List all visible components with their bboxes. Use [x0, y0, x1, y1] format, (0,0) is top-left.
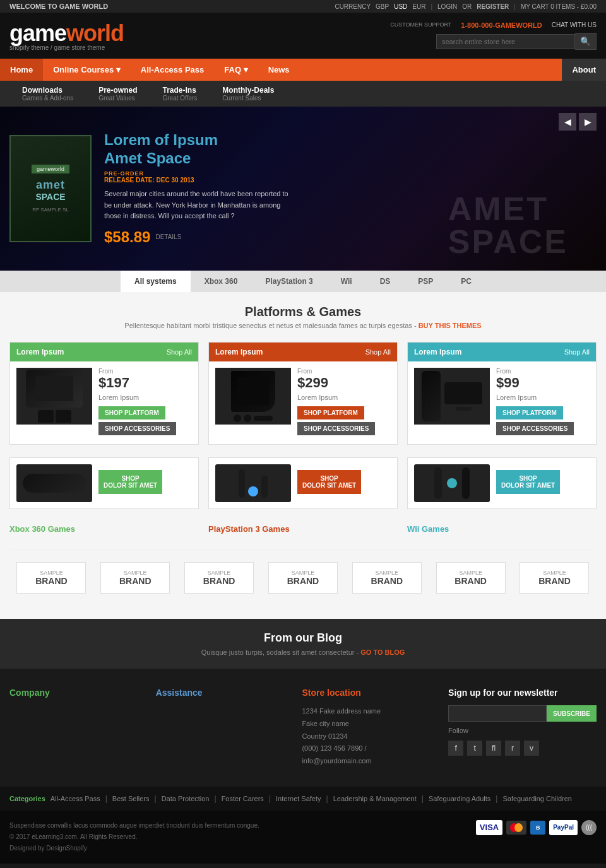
xbox-games-link[interactable]: Xbox 360 Games	[9, 522, 199, 536]
customer-support: CUSTOMER SUPPORT 1-800-000-GAMEWORLD CHA…	[390, 21, 597, 29]
footer-cat-fostercarers[interactable]: Foster Carers	[222, 795, 264, 802]
nav-all-access-pass[interactable]: All-Access Pass	[131, 59, 214, 81]
hero-text: Lorem of Ipsum Amet Space PRE-ORDER RELE…	[104, 131, 294, 245]
topbar: WELCOME TO GAME WORLD CURRENCY GBP USD E…	[0, 0, 606, 13]
xbox-shop-all[interactable]: Shop All	[167, 348, 192, 356]
footer-categories: Categories All-Access Pass | Best Seller…	[0, 787, 606, 811]
login-link[interactable]: LOGIN	[437, 3, 457, 10]
nav-faq[interactable]: FAQ ▾	[214, 59, 258, 81]
footer-cat-safeguardingchildren[interactable]: Safeguarding Children	[502, 795, 571, 802]
register-link[interactable]: REGISTER	[477, 3, 509, 10]
wii-games-link[interactable]: Wii Games	[407, 522, 597, 536]
tab-all-systems[interactable]: All systems	[121, 271, 191, 292]
newsletter-form: SUBSCRIBE	[448, 705, 597, 722]
ps3-shop-platform-btn[interactable]: SHOP PLATFORM	[297, 406, 364, 419]
eur-link[interactable]: EUR	[412, 3, 425, 10]
hero-price: $58.89	[104, 228, 150, 246]
brand-1: SAMPLE BRAND	[16, 562, 86, 594]
tab-ds[interactable]: DS	[366, 271, 405, 292]
chat-link[interactable]: CHAT WITH US	[552, 21, 597, 29]
wii-accessory-img	[414, 464, 490, 502]
xbox-accessory-btn[interactable]: SHOP DOLOR SIT AMET	[98, 470, 162, 494]
game-links-row: Xbox 360 Games PlayStation 3 Games Wii G…	[9, 522, 597, 536]
blog-title: From our Blog	[9, 631, 597, 645]
go-to-blog-link[interactable]: GO TO BLOG	[360, 648, 405, 656]
other-payment-icon: (((	[581, 820, 597, 835]
subnav-monthlydeals[interactable]: Monthly-Deals Current Sales	[210, 81, 287, 107]
platform-card-header-ps3: Lorem Ipsum Shop All	[209, 343, 397, 361]
currency-label: CURRENCY	[335, 3, 371, 10]
subnav-preowned[interactable]: Pre-owned Great Values	[86, 81, 150, 107]
blog-subtitle: Quisque justo turpis, sodales sit amet c…	[9, 648, 597, 656]
ps3-accessory-img	[215, 464, 291, 502]
ps3-shop-accessories-btn[interactable]: SHOP ACCESSORIES	[297, 422, 375, 435]
platform-card-header-wii: Lorem Ipsum Shop All	[408, 343, 596, 361]
vimeo-icon[interactable]: v	[524, 741, 539, 756]
brand-2: SAMPLE BRAND	[100, 562, 170, 594]
tab-psp[interactable]: PSP	[404, 271, 447, 292]
buy-themes-link[interactable]: BUY THIS THEMES	[419, 322, 482, 329]
hero-next-button[interactable]: ▶	[579, 113, 597, 131]
logo-text: gameworld	[9, 20, 124, 47]
search-button[interactable]: 🔍	[575, 33, 597, 50]
twitter-icon[interactable]: t	[467, 741, 482, 756]
brand-3: SAMPLE BRAND	[184, 562, 254, 594]
payment-icons: VISA B PayPal (((	[476, 820, 597, 835]
tab-pc[interactable]: PC	[447, 271, 485, 292]
hero-prev-button[interactable]: ◀	[559, 113, 576, 131]
footer-email-link[interactable]: info@yourdomain.com	[302, 757, 371, 765]
usd-link[interactable]: USD	[394, 3, 407, 10]
wii-shop-platform-btn[interactable]: SHOP PLATFORM	[496, 406, 563, 419]
welcome-text: WELCOME TO GAME WORLD	[9, 3, 108, 10]
subscribe-button[interactable]: SUBSCRIBE	[547, 705, 597, 722]
platform-tabs: All systems Xbox 360 PlayStation 3 Wii D…	[0, 271, 606, 292]
search-bar: 🔍	[436, 33, 597, 50]
wii-accessory-btn[interactable]: SHOP DOLOR SIT AMET	[496, 470, 560, 494]
facebook-icon[interactable]: f	[448, 741, 463, 756]
hero-overlay-text: amet SPACE	[448, 192, 568, 258]
flickr-icon[interactable]: fl	[486, 741, 501, 756]
search-input[interactable]	[436, 34, 575, 49]
accessories-row: SHOP DOLOR SIT AMET SHOP DOLOR SIT AMET	[9, 457, 597, 509]
tab-ps3[interactable]: PlayStation 3	[251, 271, 326, 292]
wii-shop-all[interactable]: Shop All	[564, 348, 590, 356]
footer-cat-bestsellers[interactable]: Best Sellers	[112, 795, 150, 802]
wii-shop-accessories-btn[interactable]: SHOP ACCESSORIES	[496, 422, 574, 435]
ps3-games-link[interactable]: PlayStation 3 Games	[208, 522, 398, 536]
hero-details-link[interactable]: DETAILS	[155, 233, 181, 240]
xbox-shop-accessories-btn[interactable]: SHOP ACCESSORIES	[98, 422, 176, 435]
platform-card-xbox: Lorem Ipsum Shop All F	[9, 342, 199, 445]
tab-wii[interactable]: Wii	[327, 271, 366, 292]
header-right: CUSTOMER SUPPORT 1-800-000-GAMEWORLD CHA…	[390, 21, 597, 50]
ps3-shop-all[interactable]: Shop All	[365, 348, 391, 356]
logo[interactable]: gameworld shopify theme / game store the…	[9, 20, 124, 51]
subnav-downloads[interactable]: Downloads Games & Add-ons	[9, 81, 86, 107]
ps3-accessory-btn[interactable]: SHOP DOLOR SIT AMET	[297, 470, 361, 494]
nav-about[interactable]: About	[562, 59, 606, 81]
nav-online-courses[interactable]: Online Courses ▾	[43, 59, 131, 81]
newsletter-email-input[interactable]	[448, 705, 547, 722]
rss-icon[interactable]: r	[505, 741, 520, 756]
wii-image	[414, 368, 490, 425]
footer-company: Company	[9, 688, 143, 768]
footer-cat-leadership[interactable]: Leadership & Management	[333, 795, 417, 802]
footer-cat-safeguardingadults[interactable]: Safeguarding Adults	[429, 795, 490, 802]
social-icons: f t fl r v	[448, 741, 597, 756]
tab-xbox360[interactable]: Xbox 360	[191, 271, 252, 292]
footer-cat-allaccess[interactable]: All-Access Pass	[50, 795, 100, 802]
footer-cat-internetsafety[interactable]: Internet Safety	[276, 795, 321, 802]
main-content: Platforms & Games Pellentesque habitant …	[0, 292, 606, 619]
xbox-shop-platform-btn[interactable]: SHOP PLATFORM	[98, 406, 165, 419]
footer-bottom: Suspendisse convallis lacus commodo augu…	[0, 811, 606, 864]
section-subtitle: Pellentesque habitant morbi tristique se…	[9, 322, 597, 329]
nav-home[interactable]: Home	[0, 59, 43, 81]
footer-newsletter: Sign up for our newsletter SUBSCRIBE Fol…	[448, 688, 597, 768]
subnav-tradeins[interactable]: Trade-Ins Great Offers	[150, 81, 210, 107]
footer-cat-dataprotection[interactable]: Data Protection	[162, 795, 210, 802]
xbox-accessory-img	[16, 464, 92, 502]
brands-row: SAMPLE BRAND SAMPLE BRAND SAMPLE BRAND S…	[9, 549, 597, 606]
ps3-image	[215, 368, 291, 425]
gbp-link[interactable]: GBP	[376, 3, 389, 10]
support-label: CUSTOMER SUPPORT	[390, 21, 451, 29]
nav-news[interactable]: News	[258, 59, 300, 81]
